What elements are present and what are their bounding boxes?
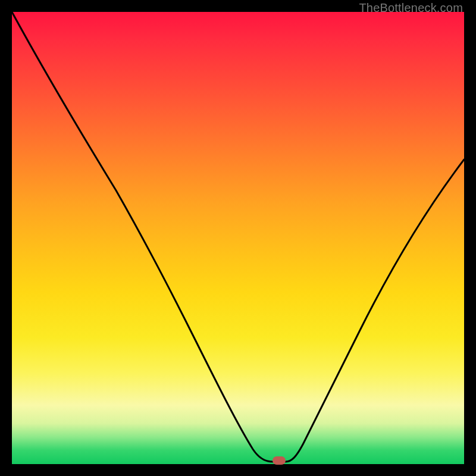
curve-path [12, 12, 464, 462]
optimum-marker [273, 456, 286, 465]
watermark-text: TheBottleneck.com [359, 1, 463, 15]
plot-area [12, 12, 464, 464]
bottleneck-curve [12, 12, 464, 464]
chart-frame: TheBottleneck.com [0, 0, 476, 476]
